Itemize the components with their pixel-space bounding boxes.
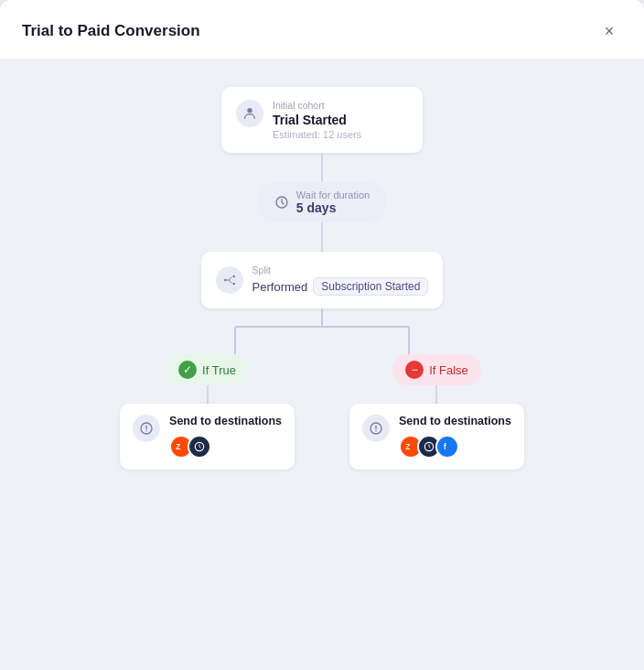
branches-container: ✓ If True Send to destinations [18, 354, 626, 470]
connector-2 [321, 222, 323, 252]
split-content: Split Performed Subscription Started [252, 265, 429, 296]
split-node[interactable]: Split Performed Subscription Started [201, 252, 444, 308]
svg-point-10 [145, 430, 146, 431]
false-branch: − If False Send to destinations [349, 354, 524, 470]
clock-icon [274, 195, 289, 210]
dest-false-card[interactable]: Send to destinations Z [349, 404, 524, 470]
branch-connector-svg [148, 308, 496, 354]
connector-true [207, 385, 209, 404]
connector-1 [321, 153, 323, 182]
dest-true-icon [133, 415, 160, 442]
close-button[interactable]: × [596, 18, 622, 44]
wait-value: 5 days [296, 200, 370, 215]
if-false-label: If False [429, 363, 468, 377]
svg-text:Z: Z [176, 443, 180, 451]
initial-cohort-content: Initial cohort Trial Started Estimated: … [273, 100, 408, 140]
wait-content: Wait for duration 5 days [296, 189, 370, 215]
person-icon [236, 100, 263, 127]
dest-true-icons: Z [169, 435, 282, 459]
wait-label: Wait for duration [296, 189, 370, 200]
facebook-icon: f [435, 435, 459, 459]
svg-point-4 [232, 283, 235, 286]
modal: Trial to Paid Conversion × Initial cohor… [0, 0, 644, 670]
dest-false-icon [362, 415, 390, 442]
initial-cohort-subtitle: Estimated: 12 users [273, 129, 408, 140]
svg-point-14 [375, 430, 376, 431]
if-false-pill[interactable]: − If False [392, 354, 481, 385]
dest-false-icons: Z f [399, 435, 511, 459]
svg-text:f: f [444, 443, 446, 451]
intercom-icon [188, 435, 211, 459]
split-event-tag: Subscription Started [313, 277, 428, 296]
dest-true-card[interactable]: Send to destinations Z [120, 404, 295, 470]
svg-point-2 [224, 279, 227, 282]
svg-point-3 [232, 276, 235, 278]
wait-node[interactable]: Wait for duration 5 days [258, 182, 386, 222]
split-body: Performed Subscription Started [252, 277, 429, 296]
initial-cohort-label: Initial cohort [273, 100, 408, 111]
split-label: Split [252, 265, 429, 276]
minus-icon: − [405, 361, 424, 379]
close-icon: × [605, 22, 615, 41]
svg-text:Z: Z [405, 443, 410, 451]
connector-false [435, 385, 437, 404]
initial-cohort-title: Trial Started [273, 113, 408, 127]
split-performed: Performed [252, 280, 308, 294]
dest-true-title: Send to destinations [169, 415, 282, 427]
if-true-pill[interactable]: ✓ If True [166, 354, 249, 385]
modal-title: Trial to Paid Conversion [22, 22, 200, 40]
flow-canvas: Initial cohort Trial Started Estimated: … [0, 59, 644, 670]
svg-point-0 [247, 108, 252, 113]
if-true-label: If True [202, 363, 236, 377]
modal-header: Trial to Paid Conversion × [0, 0, 644, 59]
true-branch: ✓ If True Send to destinations [120, 354, 295, 470]
dest-false-title: Send to destinations [399, 415, 511, 427]
initial-cohort-node[interactable]: Initial cohort Trial Started Estimated: … [221, 87, 423, 153]
split-icon [216, 266, 243, 294]
check-icon: ✓ [178, 361, 197, 379]
